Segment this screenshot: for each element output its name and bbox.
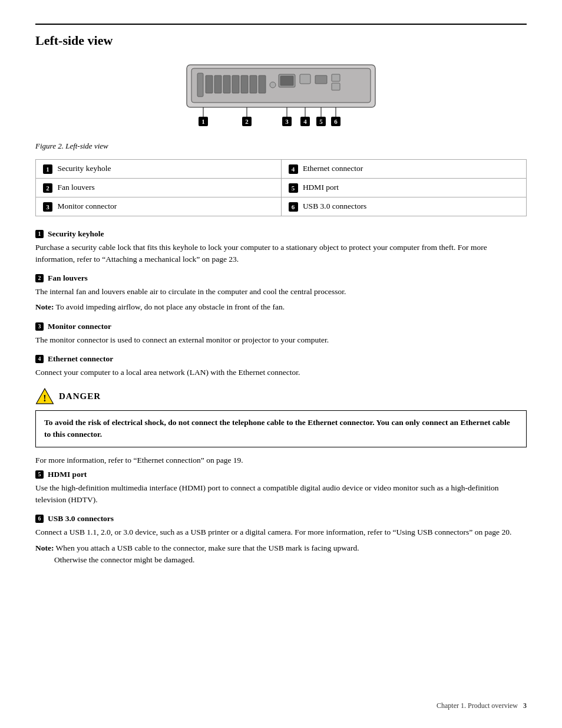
footer-page-number: 3 (523, 701, 527, 710)
section-badge: 2 (35, 274, 44, 282)
section-ethernet-connector: 4 Ethernet connector Connect your comput… (35, 354, 527, 378)
section-heading: 5 HDMI port (35, 470, 527, 479)
section-fan-louvers: 2 Fan louvers The internal fan and louve… (35, 274, 527, 314)
table-cell-left: 2 Fan louvers (36, 178, 282, 197)
section-badge: 6 (35, 515, 44, 523)
danger-followup: For more information, refer to “Ethernet… (35, 454, 527, 466)
svg-point-10 (270, 82, 276, 88)
svg-rect-16 (332, 83, 340, 90)
danger-header: ! DANGER (35, 387, 527, 406)
table-row: 1 Security keyhole 4 Ethernet connector (36, 160, 527, 179)
svg-rect-12 (280, 76, 293, 85)
section-badge: 1 (35, 230, 44, 238)
badge: 5 (289, 183, 298, 193)
figure-caption: Figure 2. Left-side view (35, 141, 527, 151)
diagram-area: 1 2 3 4 5 6 (35, 60, 527, 137)
danger-triangle-icon: ! (35, 387, 54, 406)
svg-rect-4 (214, 75, 222, 93)
table-cell-right: 4 Ethernet connector (281, 160, 527, 179)
section-title: USB 3.0 connectors (48, 514, 114, 523)
section-badge: 5 (35, 470, 44, 479)
svg-text:1: 1 (201, 118, 205, 125)
item-label: USB 3.0 connectors (303, 202, 366, 210)
badge: 4 (289, 164, 298, 174)
danger-label: DANGER (59, 391, 101, 401)
section-heading: 4 Ethernet connector (35, 354, 527, 364)
section-badge: 3 (35, 322, 44, 331)
item-label: Security keyhole (57, 164, 111, 173)
reference-table: 1 Security keyhole 4 Ethernet connector … (35, 159, 527, 216)
note-line: Note: When you attach a USB cable to the… (35, 542, 527, 554)
badge: 3 (43, 202, 52, 212)
svg-text:6: 6 (334, 118, 338, 125)
svg-text:3: 3 (285, 118, 289, 125)
badge: 2 (43, 183, 52, 193)
note-line: Note: To avoid impeding airflow, do not … (35, 301, 527, 313)
svg-text:5: 5 (319, 118, 323, 125)
section-title: HDMI port (48, 470, 87, 479)
section-title: Fan louvers (48, 274, 88, 283)
svg-rect-7 (241, 75, 248, 93)
svg-rect-14 (315, 75, 327, 84)
section-heading: 1 Security keyhole (35, 229, 527, 239)
danger-box: To avoid the risk of electrical shock, d… (35, 410, 527, 447)
svg-rect-9 (259, 75, 266, 93)
table-row: 3 Monitor connector 6 USB 3.0 connectors (36, 197, 527, 216)
svg-text:4: 4 (303, 118, 307, 125)
section-body: Use the high-definition multimedia inter… (35, 482, 527, 506)
svg-rect-8 (250, 75, 257, 93)
section-heading: 6 USB 3.0 connectors (35, 514, 527, 523)
table-cell-right: 5 HDMI port (281, 178, 527, 197)
table-cell-left: 3 Monitor connector (36, 197, 282, 216)
table-row: 2 Fan louvers 5 HDMI port (36, 178, 527, 197)
badge: 6 (289, 202, 298, 212)
section-heading: 2 Fan louvers (35, 274, 527, 283)
section-body: Connect a USB 1.1, 2.0, or 3.0 device, s… (35, 526, 527, 538)
section-monitor-connector: 3 Monitor connector The monitor connecto… (35, 322, 527, 346)
note-continuation: Otherwise the connector might be damaged… (54, 554, 527, 566)
section-body: The internal fan and louvers enable air … (35, 286, 527, 298)
badge: 1 (43, 164, 52, 174)
page-footer: Chapter 1. Product overview 3 (437, 701, 527, 710)
section-body: The monitor connector is used to connect… (35, 334, 527, 346)
svg-rect-5 (223, 75, 230, 93)
left-side-view-diagram: 1 2 3 4 5 6 (157, 60, 405, 137)
svg-rect-15 (332, 74, 340, 81)
footer-chapter: Chapter 1. Product overview (437, 701, 518, 710)
section-heading: 3 Monitor connector (35, 322, 527, 331)
svg-rect-2 (197, 73, 203, 97)
svg-rect-3 (206, 75, 213, 93)
table-cell-right: 6 USB 3.0 connectors (281, 197, 527, 216)
svg-rect-6 (232, 75, 239, 93)
svg-rect-13 (300, 74, 310, 84)
item-label: HDMI port (303, 183, 339, 192)
section-title: Ethernet connector (48, 354, 113, 364)
page-title: Left-side view (35, 24, 527, 48)
section-body: Purchase a security cable lock that fits… (35, 242, 527, 266)
table-cell-left: 1 Security keyhole (36, 160, 282, 179)
item-label: Ethernet connector (303, 164, 363, 173)
section-security-keyhole: 1 Security keyhole Purchase a security c… (35, 229, 527, 266)
svg-text:2: 2 (245, 118, 249, 125)
section-usb-connectors: 6 USB 3.0 connectors Connect a USB 1.1, … (35, 514, 527, 566)
section-badge: 4 (35, 355, 44, 363)
section-hdmi-port: 5 HDMI port Use the high-definition mult… (35, 470, 527, 506)
section-body: Connect your computer to a local area ne… (35, 367, 527, 378)
section-title: Monitor connector (48, 322, 111, 331)
item-label: Fan louvers (57, 183, 94, 192)
item-label: Monitor connector (57, 202, 117, 210)
section-title: Security keyhole (48, 229, 104, 239)
svg-text:!: ! (43, 393, 46, 403)
